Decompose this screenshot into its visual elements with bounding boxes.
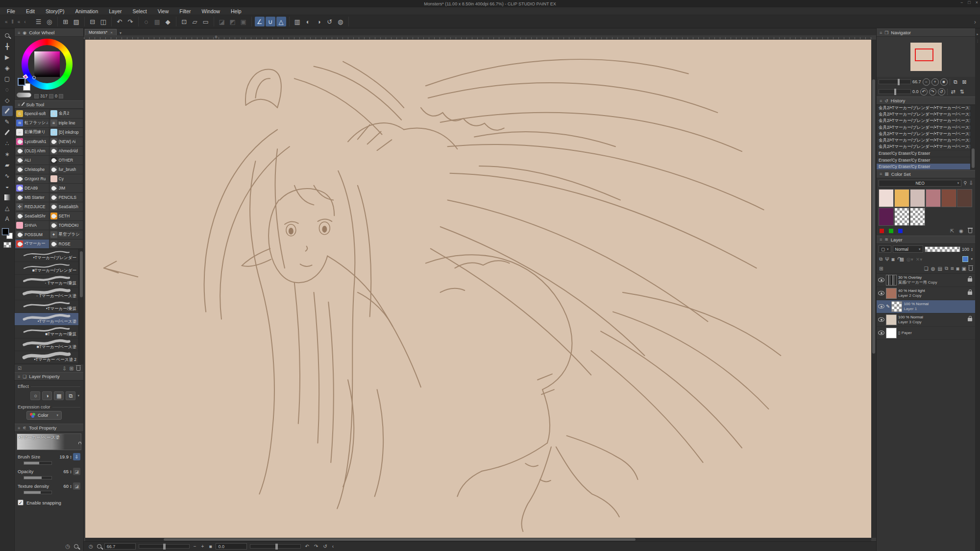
history-scrollbar[interactable] xyxy=(970,105,975,170)
new-file-button[interactable]: ⊞ xyxy=(61,17,71,26)
history-entry[interactable]: 金具2/•Tマーカー/ブレンダー/•Tマーカー/ベース塗 xyxy=(877,118,975,124)
selection-tool[interactable]: ▢ xyxy=(2,73,13,84)
draft-layer-icon[interactable]: ✕▾ xyxy=(916,257,922,262)
sub-tool-item[interactable]: 66pencil-soft xyxy=(15,109,49,118)
rotation-value-box[interactable]: 0.0 xyxy=(216,543,247,550)
stroke-list-item[interactable]: ■Tマーカー/ブレンダー xyxy=(15,262,83,275)
sub-tool-item[interactable]: SeaSaltShr xyxy=(15,212,49,220)
selection-border-button[interactable]: ▣ xyxy=(239,17,248,26)
saturation-value-square[interactable] xyxy=(34,51,60,77)
color-set-header[interactable]: ≡ ▦ Color Set xyxy=(877,170,975,178)
operation-tool[interactable]: ▶ xyxy=(2,52,13,62)
canvas-page[interactable] xyxy=(85,40,871,538)
panel-menu-icon[interactable]: ≡ xyxy=(18,374,20,379)
zoom-tool[interactable] xyxy=(2,30,13,41)
ruler-layer-icon[interactable]: Ψ xyxy=(885,257,889,262)
tab-list-chevron-icon[interactable]: ▾ xyxy=(117,31,124,35)
color-swatch[interactable] xyxy=(941,189,956,207)
airbrush-tool[interactable]: ∴ xyxy=(2,138,13,148)
history-entry[interactable]: 金具2/•Tマーカー/ブレンダー/•Tマーカー/ベース塗 xyxy=(877,138,975,144)
color-swatch[interactable] xyxy=(879,208,894,226)
rotate-cw-icon[interactable]: ↷ xyxy=(313,544,319,549)
zoom-out-icon[interactable]: − xyxy=(193,544,197,549)
delete-layer-icon[interactable] xyxy=(969,266,973,271)
clip-studio-logo-button[interactable]: ◎ xyxy=(45,17,54,26)
delete-color-icon[interactable] xyxy=(968,229,972,233)
close-document-icon[interactable]: × xyxy=(110,30,113,35)
stroke-list-item[interactable]: ・Tマーカー/乗算 xyxy=(15,275,83,287)
sub-tool-item[interactable]: MB Starter xyxy=(15,193,49,202)
layer-row[interactable]: 100 % NormalLayer 3 Copy xyxy=(877,313,975,327)
halftone-effect-icon[interactable]: ▦ xyxy=(54,391,64,400)
nav-fit-icon[interactable]: ■ xyxy=(940,78,948,86)
color-swatch[interactable] xyxy=(910,208,925,226)
canvas-horizontal-scrollbar[interactable] xyxy=(85,538,871,541)
stroke-list-item[interactable]: •Tマーカー/ブレンダー xyxy=(15,249,83,262)
panel-menu-icon[interactable]: ≡ xyxy=(18,426,20,431)
reset-rotation-icon[interactable]: ↺ xyxy=(322,544,328,549)
sub-tool-item[interactable]: DEA89 xyxy=(15,184,49,192)
sub-tool-item[interactable]: SeaSaltSh xyxy=(49,202,83,211)
layer-visibility-icon[interactable] xyxy=(878,331,884,335)
opacity-stepper[interactable]: ▲▼ xyxy=(971,247,973,251)
collapse-panels-icon[interactable]: ▸ xyxy=(977,32,979,36)
sub-tool-item[interactable]: JIM xyxy=(49,184,83,192)
chevron-down-icon[interactable]: ▾ xyxy=(971,257,973,261)
sub-tool-item[interactable]: σ[D] inkdrop xyxy=(49,128,83,137)
color-swatch[interactable] xyxy=(894,189,909,207)
tone-effect-icon[interactable]: ◑ xyxy=(42,391,52,400)
history-header[interactable]: ≡ ↺ History xyxy=(877,96,975,105)
layer-move-tool[interactable]: ◈ xyxy=(2,63,13,73)
layer-panel-header[interactable]: ≡ ≋ Layer xyxy=(877,236,975,244)
nav-zoom-out-icon[interactable]: − xyxy=(923,78,930,86)
lasso-tool[interactable]: ◌ xyxy=(2,84,13,95)
layer-property-header[interactable]: ≡ ❏ Layer Property xyxy=(15,372,83,381)
menu-item-select[interactable]: Select xyxy=(133,8,147,14)
layer-row[interactable]: ▯ Paper xyxy=(877,327,975,340)
clip-to-layer-icon[interactable]: ⧉ xyxy=(879,256,882,262)
stroke-list-item[interactable]: •Tマーカー ベース塗 2 xyxy=(15,351,83,364)
reference-layer-icon[interactable]: ◎▾ xyxy=(906,257,913,262)
apply-mask-icon[interactable]: ▣ xyxy=(962,266,966,271)
redo-button[interactable]: ↷ xyxy=(125,17,135,26)
invert-selection-button[interactable]: ◆ xyxy=(163,17,173,26)
collapse-icon[interactable]: « xyxy=(5,19,8,24)
history-entry[interactable]: Eraser/Cy Eraser/Cy Eraser xyxy=(877,150,975,157)
nav-zoom-in-icon[interactable]: + xyxy=(931,78,939,86)
sub-tool-item[interactable]: PENCILS xyxy=(49,193,83,202)
enable-snapping-row[interactable]: ✓ Enable snapping xyxy=(15,496,83,509)
expression-color-dropdown[interactable]: Color ▾ xyxy=(26,411,62,420)
timelapse-status-icon[interactable]: ◷ xyxy=(88,544,94,549)
sv-marker[interactable] xyxy=(32,76,36,79)
nav-flip-vertical-icon[interactable]: ⇅ xyxy=(958,88,966,96)
stroke-list-scrollbar[interactable] xyxy=(78,249,83,364)
stroke-list-item[interactable]: ■Tマーカー/乗算 xyxy=(15,326,83,338)
field-aux-button[interactable]: ◪ xyxy=(73,482,80,490)
color-swatch[interactable] xyxy=(910,189,925,207)
zoom-value-box[interactable]: 66.7 xyxy=(104,543,136,550)
mask-icon[interactable]: ◙ xyxy=(892,257,895,262)
sub-tool-item[interactable]: AhmedAld xyxy=(49,146,83,155)
snap-to-ruler-button[interactable]: ∠ xyxy=(255,17,265,26)
snap-to-special-ruler-button[interactable]: ∪ xyxy=(266,17,275,26)
gradient-tool[interactable] xyxy=(2,192,13,202)
blend-tool[interactable]: ∿ xyxy=(2,170,13,181)
menu-item-file[interactable]: File xyxy=(7,8,15,14)
move-tool[interactable]: ╋ xyxy=(2,41,13,51)
history-entry[interactable]: 金具2/•Tマーカー/ブレンダー/•Tマーカー/ベース塗 xyxy=(877,112,975,118)
create-mask-icon[interactable]: ◙ xyxy=(956,266,959,271)
sub-tool-item[interactable]: LycoBrush1 xyxy=(15,137,49,146)
panel-menu-icon[interactable]: ≡ xyxy=(880,171,882,176)
nav-rotate-cw-icon[interactable]: ↷ xyxy=(929,88,936,96)
foreground-background-swatch[interactable] xyxy=(18,78,30,91)
sub-tool-item[interactable]: Cy xyxy=(49,174,83,183)
edit-color-set-icon[interactable]: ⚲ xyxy=(963,180,967,186)
layer-row[interactable]: 30 % Overlay質感/マーカー用 Copy xyxy=(877,274,975,287)
zoom-settings-icon[interactable] xyxy=(97,544,101,549)
sub-tool-item[interactable]: Grzgorz Ru xyxy=(15,174,49,183)
layer-color-effect-icon[interactable]: ⧉ xyxy=(66,391,75,400)
sub-tool-header[interactable]: ≡ Sub Tool xyxy=(15,100,83,109)
history-entry[interactable]: 金具2/•Tマーカー/ブレンダー/•Tマーカー/ベース塗 xyxy=(877,131,975,138)
nav-rotate-ccw-icon[interactable]: ↶ xyxy=(920,88,928,96)
nav-flip-horizontal-icon[interactable]: ⇄ xyxy=(950,88,957,96)
